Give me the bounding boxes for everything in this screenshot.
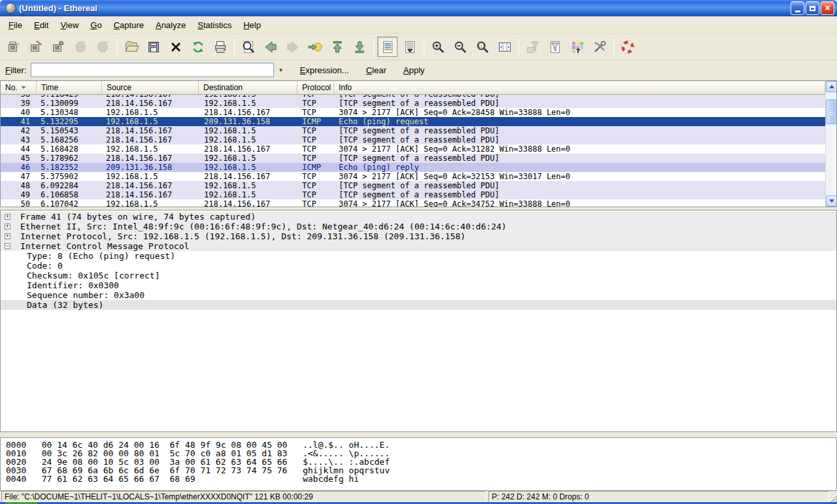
- packet-cell-time: 5.168428: [37, 144, 102, 154]
- packet-row-49[interactable]: 496.106858218.14.156.167192.168.1.5TCP[T…: [1, 190, 825, 199]
- packet-list-scrollbar[interactable]: [825, 81, 836, 207]
- zoom-normal-button[interactable]: 1:1: [472, 37, 492, 57]
- go-to-packet-button[interactable]: [305, 37, 325, 57]
- menu-statistics[interactable]: Statistics: [192, 18, 237, 33]
- scrollbar-thumb[interactable]: [826, 99, 837, 124]
- scroll-down-icon[interactable]: [826, 195, 837, 207]
- display-filter-button[interactable]: [545, 37, 565, 57]
- colorize-button[interactable]: [377, 37, 398, 57]
- detail-row[interactable]: Identifier: 0x0300: [1, 280, 836, 290]
- capture-options-button[interactable]: [26, 37, 46, 57]
- capture-filter-button[interactable]: [522, 37, 543, 57]
- open-file-button[interactable]: [121, 37, 141, 57]
- save-file-button[interactable]: [143, 37, 163, 57]
- zoom-out-button[interactable]: [450, 37, 470, 57]
- resize-grip[interactable]: [828, 494, 837, 502]
- packet-cell-info: [TCP segment of a reassembled PDU]: [334, 181, 825, 190]
- column-header-info[interactable]: Info: [334, 81, 825, 95]
- detail-row[interactable]: +Ethernet II, Src: Intel_48:9f:9c (00:16…: [1, 222, 836, 231]
- reload-icon: [190, 39, 206, 55]
- capture-start-button[interactable]: [48, 37, 69, 57]
- expand-icon[interactable]: +: [5, 224, 10, 229]
- packet-cell-no: 48: [1, 181, 37, 190]
- packet-cell-destination: 218.14.156.167: [199, 172, 298, 181]
- expand-icon[interactable]: +: [5, 233, 10, 239]
- menu-go[interactable]: Go: [84, 18, 107, 33]
- column-header-no[interactable]: No.: [1, 81, 37, 95]
- detail-row[interactable]: Sequence number: 0x3a00: [1, 290, 836, 300]
- detail-row[interactable]: Checksum: 0x105c [correct]: [1, 271, 836, 280]
- filter-clear-button[interactable]: Clear: [362, 63, 390, 77]
- column-header-protocol[interactable]: Protocol: [298, 81, 334, 95]
- go-back-button[interactable]: [260, 37, 281, 57]
- hex-ascii: wabcdefg hi: [303, 475, 359, 483]
- maximize-button[interactable]: [806, 1, 819, 15]
- expand-icon[interactable]: +: [5, 214, 10, 220]
- packet-row-39[interactable]: 395.130099218.14.156.167192.168.1.5TCP[T…: [1, 99, 825, 108]
- menu-view[interactable]: View: [54, 18, 84, 33]
- capture-interfaces-button[interactable]: [4, 37, 24, 57]
- packet-list-pane: No. TimeSourceDestinationProtocolInfo 38…: [0, 80, 837, 207]
- packet-cell-no: 46: [1, 163, 37, 172]
- packet-row-47[interactable]: 475.375902192.168.1.5218.14.156.167TCP30…: [1, 172, 825, 181]
- help-button[interactable]: [617, 37, 638, 57]
- go-last-button[interactable]: [349, 37, 369, 57]
- close-file-button[interactable]: [165, 37, 186, 57]
- capture-interfaces-icon: [7, 39, 22, 55]
- detail-row[interactable]: +Internet Protocol, Src: 192.168.1.5 (19…: [1, 231, 836, 241]
- packet-row-40[interactable]: 405.130348192.168.1.5218.14.156.167TCP30…: [1, 108, 825, 117]
- column-header-source[interactable]: Source: [102, 81, 199, 95]
- packet-cell-time: 5.150543: [37, 126, 102, 135]
- coloring-rules-button[interactable]: [567, 37, 587, 57]
- zoom-in-button[interactable]: [428, 37, 448, 57]
- packet-row-50[interactable]: 506.107042192.168.1.5218.14.156.167TCP30…: [1, 199, 825, 207]
- packet-row-45[interactable]: 455.178962218.14.156.167192.168.1.5TCP[T…: [1, 154, 825, 163]
- detail-row[interactable]: −Internet Control Message Protocol: [1, 241, 836, 251]
- detail-row[interactable]: +Frame 41 (74 bytes on wire, 74 bytes ca…: [1, 212, 836, 222]
- menu-edit[interactable]: Edit: [28, 18, 54, 33]
- preferences-button[interactable]: [589, 37, 609, 57]
- minimize-button[interactable]: [791, 1, 804, 15]
- resize-columns-button[interactable]: [494, 37, 515, 57]
- capture-restart-button[interactable]: [93, 37, 113, 57]
- menu-file[interactable]: File: [3, 18, 28, 33]
- scroll-up-icon[interactable]: [826, 81, 837, 92]
- filter-apply-button[interactable]: Apply: [400, 63, 429, 77]
- packet-row-48[interactable]: 486.092284218.14.156.167192.168.1.5TCP[T…: [1, 181, 825, 190]
- column-header-time[interactable]: Time: [37, 81, 102, 95]
- packet-cell-time: 6.106858: [37, 190, 102, 199]
- collapse-icon[interactable]: −: [5, 243, 10, 249]
- filter-dropdown-button[interactable]: ▼: [275, 63, 287, 76]
- preferences-icon: [592, 39, 607, 55]
- packet-row-46[interactable]: 465.182352209.131.36.158192.168.1.5ICMPE…: [1, 163, 825, 172]
- detail-row[interactable]: Data (32 bytes): [1, 300, 836, 310]
- packet-row-43[interactable]: 435.168256218.14.156.167192.168.1.5TCP[T…: [1, 135, 825, 144]
- menu-analyze[interactable]: Analyze: [150, 18, 192, 33]
- packet-row-42[interactable]: 425.150543218.14.156.167192.168.1.5TCP[T…: [1, 126, 825, 135]
- go-forward-button[interactable]: [282, 37, 303, 57]
- menu-bar: FileEditViewGoCaptureAnalyzeStatisticsHe…: [0, 16, 837, 34]
- hex-line-0040[interactable]: 004077 61 62 63 64 65 66 67 68 69wabcdef…: [6, 475, 836, 483]
- packet-cell-source: 218.14.156.167: [102, 135, 199, 144]
- packet-row-44[interactable]: 445.168428192.168.1.5218.14.156.167TCP30…: [1, 144, 825, 154]
- filter-input[interactable]: [31, 63, 274, 77]
- go-back-icon: [263, 39, 279, 55]
- capture-stop-button[interactable]: [71, 37, 91, 57]
- packet-cell-no: 45: [1, 154, 37, 163]
- menu-help[interactable]: Help: [237, 18, 267, 33]
- detail-row[interactable]: Type: 8 (Echo (ping) request): [1, 251, 836, 261]
- menu-capture[interactable]: Capture: [108, 18, 150, 33]
- packet-row-41[interactable]: 415.132295192.168.1.5209.131.36.158ICMPE…: [1, 117, 825, 126]
- filter-expression-button[interactable]: Expression...: [296, 63, 353, 77]
- hex-bytes: 77 61 62 63 64 65 66 67 68 69: [42, 475, 288, 483]
- find-packet-button[interactable]: [238, 37, 258, 57]
- go-first-button[interactable]: [327, 37, 347, 57]
- detail-row[interactable]: Code: 0: [1, 261, 836, 271]
- column-header-destination[interactable]: Destination: [199, 81, 298, 95]
- reload-button[interactable]: [188, 37, 208, 57]
- detail-text: Ethernet II, Src: Intel_48:9f:9c (00:16:…: [20, 222, 507, 231]
- autoscroll-button[interactable]: [400, 37, 420, 57]
- status-file-info: File: "C:\DOCUME~1\THELIT~1\LOCALS~1\Tem…: [1, 491, 486, 502]
- close-button[interactable]: ✕: [821, 1, 834, 15]
- print-button[interactable]: [210, 37, 230, 57]
